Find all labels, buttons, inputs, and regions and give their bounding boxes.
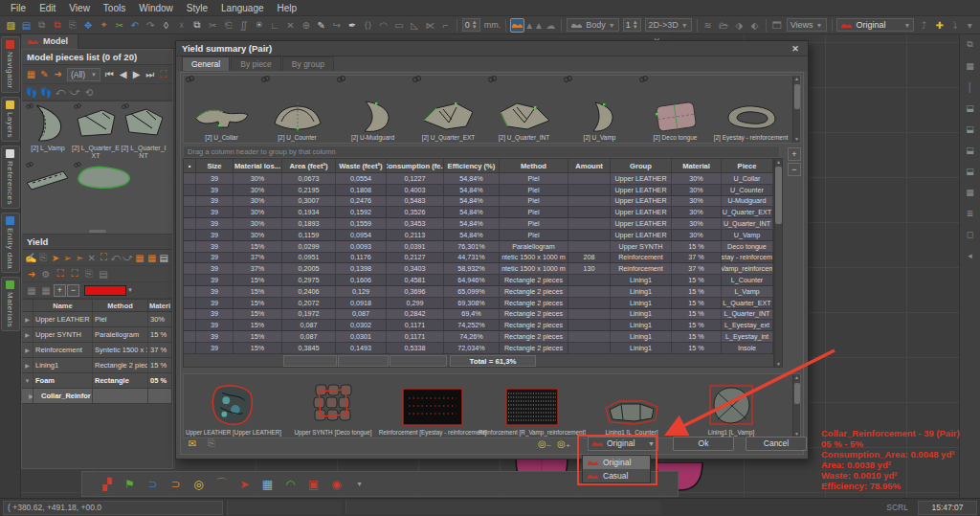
pieces-tool-icon[interactable]: ▦ xyxy=(25,68,37,81)
bottom-tool-icon[interactable]: ▞ xyxy=(100,477,114,491)
toolbar-icon[interactable]: ↶ xyxy=(128,18,142,33)
yield-tool-icon[interactable]: ⛶ xyxy=(68,267,81,280)
dialog-piece-eyestay[interactable]: [2] Eyestay - reinforcement xyxy=(713,76,789,143)
material-color-swatch[interactable] xyxy=(84,285,126,296)
materials-scrollbar[interactable]: ▲▼ xyxy=(792,374,800,437)
toolbar-icon[interactable]: ⎘ xyxy=(66,18,79,33)
layers-icon[interactable]: ≋ xyxy=(702,18,715,33)
style-option-original[interactable]: Original xyxy=(583,456,650,469)
menu-item[interactable]: File xyxy=(4,3,33,13)
yield-row-upper-synth[interactable]: ▶Upper SYNTHParalellogram15 % xyxy=(22,327,172,343)
style-next-icon[interactable]: ⤵ xyxy=(948,18,962,33)
yield-tool-icon[interactable]: ⤺ xyxy=(110,251,122,264)
toolbar-icon[interactable]: ✥ xyxy=(81,18,95,33)
dialog-piece-u-quarter-int[interactable]: [2] U_Quarter_INT xyxy=(486,76,562,143)
pieces-nav-icon[interactable]: ⏭ xyxy=(144,68,156,81)
swatch-caret-icon[interactable]: ▼ xyxy=(127,287,133,293)
yield-tool-icon[interactable]: ⛶ xyxy=(54,267,67,280)
table-row[interactable]: 3930%0,21950,18080,400354,84%PielUpper L… xyxy=(184,185,773,196)
material-thumb-reinforcement-eyestay[interactable]: Reinforcement [Eyestay - reinforcement] xyxy=(383,374,482,437)
nest-plus-icon[interactable]: ◎₊ xyxy=(556,437,571,450)
right-tool-icon[interactable]: ◻ xyxy=(963,228,977,240)
right-tool-icon[interactable]: ▦ xyxy=(963,59,977,72)
yield-tool-icon[interactable]: ▤ xyxy=(158,251,169,264)
pieces-tool-icon[interactable]: ⤺ xyxy=(54,85,67,99)
pieces-tool-icon[interactable]: 👣 xyxy=(39,85,53,99)
toolbar-icon[interactable]: ✂ xyxy=(206,18,219,33)
toolbar-icon[interactable]: ◠ xyxy=(377,18,390,33)
bottom-tool-icon[interactable]: ⊃ xyxy=(168,477,183,491)
tab-by-group[interactable]: By group xyxy=(282,56,334,71)
pieces-tool-icon[interactable]: ✎ xyxy=(38,68,51,81)
right-tool-icon[interactable]: ⬓ xyxy=(963,123,977,135)
toolbar-icon[interactable]: ✕ xyxy=(283,18,297,33)
nest-minus-icon[interactable]: ◎₋ xyxy=(537,437,552,450)
right-tool-icon[interactable]: ◂ xyxy=(963,249,977,261)
yield-row-upper-leather[interactable]: ▶Upper LEATHERPiel30% xyxy=(22,312,172,327)
side-tab[interactable]: Entity data xyxy=(1,213,20,273)
table-row[interactable]: 3915%0,24060,1290,369665,099%Rectangle 2… xyxy=(184,286,773,298)
dialog-piece-deco-tongue[interactable]: [2] Deco tongue xyxy=(637,76,713,143)
table-row[interactable]: 3915%0,38450,14930,533872,034%Rectangle … xyxy=(184,343,773,354)
style-dropdown-top[interactable]: Original▼ xyxy=(836,18,914,32)
table-row[interactable]: 3915%0,19720,0870,284269,4%Rectangle 2 p… xyxy=(184,309,773,321)
tab-model[interactable]: Model xyxy=(21,34,78,49)
collapse-all-button[interactable]: − xyxy=(788,163,801,176)
body-dropdown[interactable]: Body▼ xyxy=(567,18,618,32)
material-thumb-lining-counter[interactable]: Lining1 [L_Counter] xyxy=(582,374,681,437)
bottom-tool-icon[interactable]: ➤ xyxy=(237,477,252,491)
table-row[interactable]: 3937%0,09510,11760,212744,731%ntetic 150… xyxy=(184,253,773,264)
bottom-tool-icon[interactable]: ◉ xyxy=(329,477,344,491)
side-tab[interactable]: Navigator xyxy=(1,36,20,93)
table-row[interactable]: 3915%0,0870,03010,117174,26%Rectangle 2 … xyxy=(184,331,773,343)
side-tab[interactable]: References xyxy=(1,146,20,209)
pieces-tool-icon[interactable]: 👣 xyxy=(25,85,38,99)
menu-item[interactable]: Language xyxy=(214,3,271,13)
material-thumb-reinforcement-vamp[interactable]: Reinforcement [R_Vamp_reinforcement] xyxy=(482,374,582,437)
toolbar-icon[interactable]: ▤ xyxy=(19,18,33,33)
toolbar-icon[interactable]: ▭ xyxy=(392,18,406,33)
yield-tool-icon[interactable]: ✕ xyxy=(86,251,98,264)
cloud-icon[interactable]: ☁ xyxy=(544,18,557,33)
piece-thumb-l-quarter-int[interactable]: [2] L_Quarter_I NT xyxy=(120,103,167,160)
dialog-piece-u-collar[interactable]: [2] U_Collar xyxy=(184,76,259,143)
menu-item[interactable]: View xyxy=(62,3,97,13)
column-header[interactable]: • xyxy=(184,159,196,172)
side-tab[interactable]: Layers xyxy=(1,97,20,142)
column-header[interactable]: Material xyxy=(672,159,722,172)
bottom-tool-icon[interactable]: ▦ xyxy=(260,477,275,491)
table-scrollbar[interactable]: ▲▼ xyxy=(774,158,783,368)
expand-all-button[interactable]: + xyxy=(788,147,801,161)
close-icon[interactable]: ✕ xyxy=(789,44,802,54)
toolbar-icon[interactable]: ∟ xyxy=(268,18,281,33)
yield-row-reinforcement[interactable]: ▶ReinforcementSyntetic 1500 x 10037 % xyxy=(22,343,172,358)
flatten2-icon[interactable]: ⬖ xyxy=(747,18,761,33)
material-thumb-upper-leather[interactable]: Upper LEATHER [Upper LEATHER] xyxy=(184,374,283,437)
ok-button[interactable]: Ok xyxy=(673,437,734,451)
thumbs-scroll-indicator[interactable] xyxy=(89,230,106,233)
toolbar-overflow-icon[interactable]: ▾ xyxy=(963,18,976,33)
bottom-tool-icon[interactable]: ▣ xyxy=(306,477,321,491)
table-row[interactable]: 3930%0,30070,24760,548354,84%PielUpper L… xyxy=(184,196,773,208)
tab-general[interactable]: General xyxy=(182,56,230,71)
yield-tool-icon[interactable]: ▦ xyxy=(146,251,158,264)
toolbar-icon[interactable]: ▨ xyxy=(4,18,17,33)
yield-tool-icon[interactable]: ✍ xyxy=(25,251,36,264)
tab-by-piece[interactable]: By piece xyxy=(231,56,281,71)
table-row[interactable]: 3937%0,20050,13980,340358,932%ntetic 150… xyxy=(184,263,773,275)
yield-tool-icon[interactable]: ▦ xyxy=(25,283,38,297)
menu-item[interactable]: Style xyxy=(180,3,214,13)
summary-table-header[interactable]: •SizeMaterial los...Area (feet²)Waste (f… xyxy=(184,159,773,173)
pieces-tool-icon[interactable]: ➜ xyxy=(52,68,64,81)
right-tool-icon[interactable]: ≣ xyxy=(963,207,977,219)
column-header[interactable]: Material los... xyxy=(234,159,282,172)
bottom-tool-icon[interactable]: ⚑ xyxy=(122,477,137,491)
bottom-tool-icon[interactable]: ◎ xyxy=(191,477,206,491)
pieces-nav-icon[interactable]: ⛶ xyxy=(157,68,169,81)
piece-thumb-strip[interactable] xyxy=(24,162,72,191)
yield-tool-icon[interactable]: ▤ xyxy=(97,267,110,280)
toolbar-icon[interactable]: ✎ xyxy=(315,18,328,33)
column-header[interactable]: Size xyxy=(196,159,234,172)
dialog-piece-u-mudguard[interactable]: [2] U-Mudguard xyxy=(335,76,411,143)
style-option-casual[interactable]: Casual xyxy=(583,469,650,482)
